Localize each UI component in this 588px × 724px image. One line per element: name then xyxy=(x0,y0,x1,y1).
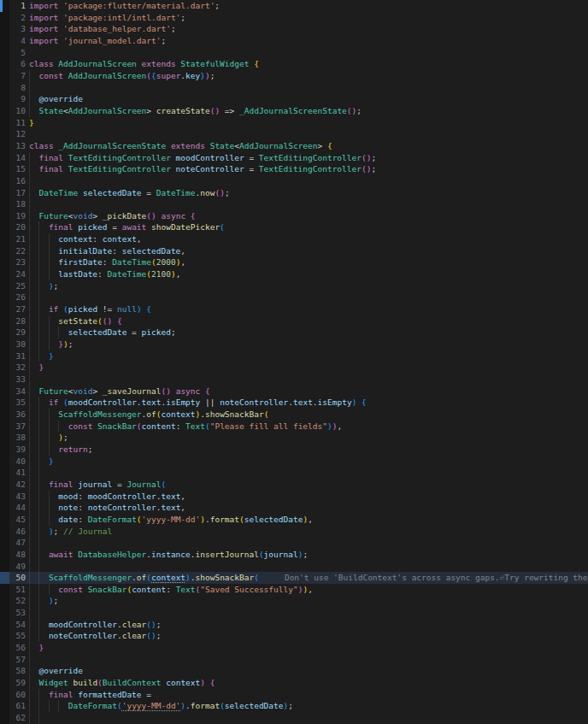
gutter-glyph-margin[interactable] xyxy=(0,526,9,538)
line-number[interactable]: 62 xyxy=(9,712,26,724)
line-number[interactable]: 29 xyxy=(9,327,26,338)
code-text[interactable]: import 'journal_model.dart'; xyxy=(26,35,588,47)
gutter-glyph-margin[interactable] xyxy=(0,58,9,70)
code-text[interactable]: import 'package:intl/intl.dart'; xyxy=(26,12,588,24)
code-text[interactable]: noteController.clear(); xyxy=(26,630,588,642)
gutter-glyph-margin[interactable] xyxy=(0,654,9,666)
code-text[interactable]: State<AddJournalScreen> createState() =>… xyxy=(26,105,588,117)
code-text[interactable]: import 'database_helper.dart'; xyxy=(26,23,588,35)
gutter-glyph-margin[interactable] xyxy=(0,70,9,82)
gutter-glyph-margin[interactable] xyxy=(0,712,9,724)
code-text[interactable]: import 'package:flutter/material.dart'; xyxy=(26,0,588,12)
gutter-glyph-margin[interactable] xyxy=(0,409,9,421)
line-number[interactable]: 11 xyxy=(9,117,26,129)
code-line[interactable]: 49 xyxy=(0,561,588,573)
gutter-glyph-margin[interactable] xyxy=(0,315,9,327)
line-number[interactable]: 18 xyxy=(9,198,26,210)
code-text[interactable]: return; xyxy=(26,444,588,456)
gutter-glyph-margin[interactable] xyxy=(0,677,9,689)
code-line[interactable]: 29selectedDate = picked; xyxy=(0,327,588,338)
line-number[interactable]: 41 xyxy=(9,467,26,479)
line-number[interactable]: 44 xyxy=(9,502,26,514)
line-number[interactable]: 46 xyxy=(9,526,26,538)
code-line[interactable]: 33 xyxy=(0,374,588,386)
code-line[interactable]: 54moodController.clear(); xyxy=(0,619,588,631)
code-text[interactable] xyxy=(26,607,588,619)
code-text[interactable]: } xyxy=(26,117,588,129)
code-line[interactable]: 62 xyxy=(0,712,588,724)
gutter-glyph-margin[interactable] xyxy=(0,444,9,456)
code-text[interactable]: @override xyxy=(26,665,588,677)
line-number[interactable]: 1 xyxy=(9,0,26,12)
code-text[interactable]: @override xyxy=(26,93,588,105)
code-line[interactable]: 52); xyxy=(0,595,588,607)
line-number[interactable]: 34 xyxy=(9,386,26,397)
gutter-glyph-margin[interactable] xyxy=(0,607,9,619)
code-text[interactable]: final formattedDate = xyxy=(26,689,588,701)
gutter-glyph-margin[interactable] xyxy=(0,163,9,175)
code-line[interactable]: 16 xyxy=(0,175,588,187)
line-number[interactable]: 49 xyxy=(9,561,26,573)
gutter-glyph-margin[interactable] xyxy=(0,421,9,433)
gutter-glyph-margin[interactable] xyxy=(0,93,9,105)
code-line[interactable]: 26 xyxy=(0,291,588,303)
line-number[interactable]: 8 xyxy=(9,82,26,94)
gutter-glyph-margin[interactable] xyxy=(0,467,9,479)
gutter-glyph-margin[interactable] xyxy=(0,456,9,468)
gutter-glyph-margin[interactable] xyxy=(0,233,9,245)
code-line[interactable]: 12 xyxy=(0,128,588,140)
line-number[interactable]: 33 xyxy=(9,374,26,386)
line-number[interactable]: 7 xyxy=(9,70,26,82)
line-number[interactable]: 25 xyxy=(9,280,26,292)
code-text[interactable]: ); // Journal xyxy=(26,526,588,538)
code-line[interactable]: 7const AddJournalScreen({super.key}); xyxy=(0,70,588,82)
code-text[interactable]: Future<void> _saveJournal() async { xyxy=(26,386,588,397)
code-text[interactable]: ); xyxy=(26,432,588,444)
code-text[interactable]: await DatabaseHelper.instance.insertJour… xyxy=(26,549,588,561)
code-text[interactable]: if (moodController.text.isEmpty || noteC… xyxy=(26,397,588,409)
code-line[interactable]: 48await DatabaseHelper.instance.insertJo… xyxy=(0,549,588,561)
gutter-glyph-margin[interactable] xyxy=(0,140,9,152)
gutter-glyph-margin[interactable] xyxy=(0,291,9,303)
code-text[interactable]: lastDate: DateTime(2100), xyxy=(26,268,588,280)
code-text[interactable]: ); xyxy=(26,595,588,607)
gutter-glyph-margin[interactable] xyxy=(0,502,9,514)
gutter-glyph-margin[interactable] xyxy=(0,386,9,397)
code-line[interactable]: 28setState(() { xyxy=(0,315,588,327)
line-number[interactable]: 6 xyxy=(9,58,26,70)
line-number[interactable]: 31 xyxy=(9,350,26,362)
line-number[interactable]: 37 xyxy=(9,421,26,433)
gutter-glyph-margin[interactable] xyxy=(0,619,9,631)
code-line[interactable]: 25); xyxy=(0,280,588,292)
code-line[interactable]: 32} xyxy=(0,362,588,374)
code-text[interactable]: ); xyxy=(26,280,588,292)
gutter-glyph-margin[interactable] xyxy=(0,128,9,140)
line-number[interactable]: 38 xyxy=(9,432,26,444)
code-area[interactable]: 1import 'package:flutter/material.dart';… xyxy=(0,0,588,724)
code-line[interactable]: 35if (moodController.text.isEmpty || not… xyxy=(0,397,588,409)
gutter-glyph-margin[interactable] xyxy=(0,303,9,315)
code-line[interactable]: 39return; xyxy=(0,444,588,456)
line-number[interactable]: 52 xyxy=(9,595,26,607)
code-line[interactable]: 15final TextEditingController noteContro… xyxy=(0,163,588,175)
gutter-glyph-margin[interactable] xyxy=(0,350,9,362)
gutter-glyph-margin[interactable] xyxy=(0,665,9,677)
code-line[interactable]: 36ScaffoldMessenger.of(context).showSnac… xyxy=(0,409,588,421)
line-number[interactable]: 53 xyxy=(9,607,26,619)
line-number[interactable]: 17 xyxy=(9,187,26,199)
code-text[interactable]: class _AddJournalScreenState extends Sta… xyxy=(26,140,588,152)
code-line[interactable]: 56} xyxy=(0,642,588,654)
gutter-glyph-margin[interactable] xyxy=(0,491,9,503)
code-text[interactable]: const SnackBar(content: Text("Please fil… xyxy=(26,421,588,433)
gutter-glyph-margin[interactable] xyxy=(0,549,9,561)
code-text[interactable]: final TextEditingController moodControll… xyxy=(26,152,588,164)
code-text[interactable]: setState(() { xyxy=(26,315,588,327)
code-text[interactable]: DateFormat('yyyy-MM-dd').format(selected… xyxy=(26,700,588,712)
code-line[interactable]: 11} xyxy=(0,117,588,129)
code-line[interactable]: 53 xyxy=(0,607,588,619)
gutter-glyph-margin[interactable] xyxy=(0,338,9,350)
code-text[interactable]: final picked = await showDatePicker( xyxy=(26,221,588,233)
gutter-glyph-margin[interactable] xyxy=(0,572,9,584)
line-number[interactable]: 21 xyxy=(9,233,26,245)
line-number[interactable]: 45 xyxy=(9,514,26,526)
